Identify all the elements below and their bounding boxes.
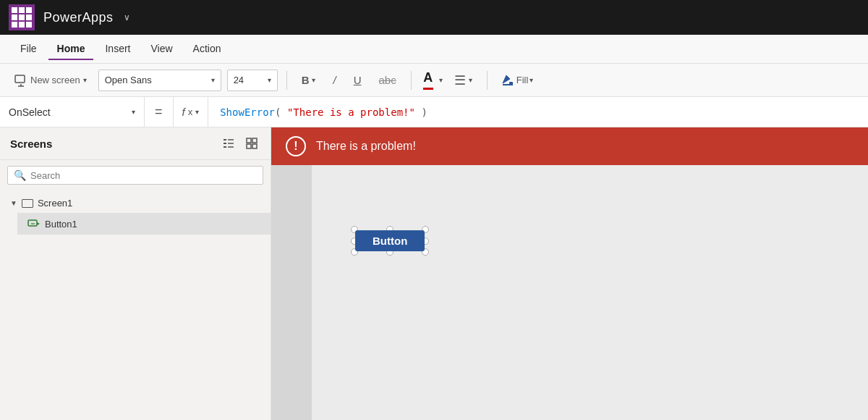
underline-button[interactable]: U <box>348 71 367 89</box>
toolbar-separator-2 <box>411 71 412 90</box>
waffle-button[interactable] <box>9 4 35 30</box>
menu-insert[interactable]: Insert <box>96 38 139 60</box>
svg-rect-14 <box>252 144 257 148</box>
bold-chevron-icon: ▾ <box>312 76 315 84</box>
canvas-button-wrapper: Button <box>355 230 425 251</box>
main-area: Screens <box>0 127 868 420</box>
formula-function-name: ShowError <box>220 106 275 118</box>
screen1-label: Screen1 <box>38 198 72 209</box>
canvas-area: ! There is a problem! Button <box>271 127 868 420</box>
fill-button[interactable]: Fill ▾ <box>496 70 538 91</box>
strikethrough-button[interactable]: abc <box>373 71 402 89</box>
tree-item-button1[interactable]: Button1 <box>17 213 271 235</box>
font-color-chevron-icon[interactable]: ▾ <box>439 76 443 84</box>
svg-rect-13 <box>247 144 251 148</box>
toolbar-separator-3 <box>487 71 488 90</box>
new-screen-icon <box>14 74 27 87</box>
menu-home[interactable]: Home <box>48 38 94 60</box>
app-name: PowerApps <box>43 10 114 25</box>
search-input[interactable] <box>30 170 257 181</box>
svg-rect-11 <box>247 138 251 143</box>
italic-button[interactable]: / <box>327 71 341 89</box>
property-selector[interactable]: OnSelect ▾ <box>0 97 145 127</box>
new-screen-chevron[interactable]: ▾ <box>83 76 87 84</box>
align-button[interactable]: ☰ ▾ <box>448 70 478 91</box>
font-chevron-icon: ▾ <box>211 76 215 84</box>
formula-paren-open: ( <box>275 106 281 118</box>
waffle-grid-icon <box>12 7 32 28</box>
formula-space2 <box>415 106 421 118</box>
search-icon: 🔍 <box>14 169 26 181</box>
new-screen-label: New screen <box>30 75 80 85</box>
bold-icon: B <box>302 74 310 86</box>
screen-icon <box>22 199 33 208</box>
font-size-label: 24 <box>234 75 244 85</box>
fx-italic-icon: f <box>182 106 185 118</box>
button1-label: Button1 <box>45 219 77 230</box>
toolbar: New screen ▾ Open Sans ▾ 24 ▾ B ▾ / U ab… <box>0 64 868 97</box>
font-color-a-icon: A <box>423 71 433 84</box>
fx-button[interactable]: fx ▾ <box>174 97 209 127</box>
sidebar-header: Screens <box>0 127 271 160</box>
grid-view-icon[interactable] <box>243 135 260 152</box>
formula-space <box>281 106 286 118</box>
menu-bar: File Home Insert View Action <box>0 35 868 64</box>
svg-rect-0 <box>15 75 25 83</box>
error-message: There is a problem! <box>316 140 416 153</box>
fill-chevron-icon: ▾ <box>529 76 533 84</box>
sidebar: Screens <box>0 127 271 420</box>
error-banner: ! There is a problem! <box>271 127 868 165</box>
fx-chevron-icon[interactable]: ▾ <box>195 108 199 116</box>
property-label: OnSelect <box>9 106 132 118</box>
font-dropdown[interactable]: Open Sans ▾ <box>98 70 221 91</box>
italic-icon: / <box>333 74 336 86</box>
underline-icon: U <box>354 74 362 86</box>
font-size-dropdown[interactable]: 24 ▾ <box>227 70 278 91</box>
tree-item-screen1[interactable]: ▼ Screen1 <box>0 193 271 213</box>
formula-paren-close: ) <box>421 106 427 118</box>
bold-button[interactable]: B ▾ <box>296 71 322 89</box>
formula-bar: OnSelect ▾ = fx ▾ ShowError( "There is a… <box>0 97 868 127</box>
sidebar-icon-group <box>220 135 260 152</box>
search-box[interactable]: 🔍 <box>7 166 263 185</box>
formula-content[interactable]: ShowError( "There is a problem!" ) <box>208 97 868 127</box>
top-bar: PowerApps ∨ <box>0 0 868 35</box>
canvas-button[interactable]: Button <box>355 230 425 251</box>
screen1-chevron-icon: ▼ <box>10 199 17 207</box>
align-icon: ☰ <box>454 72 466 88</box>
align-chevron-icon: ▾ <box>469 76 472 84</box>
fx-label: x <box>188 106 193 117</box>
svg-rect-15 <box>28 220 37 226</box>
font-color-button[interactable]: A <box>420 70 436 91</box>
error-exclamation-icon: ! <box>286 136 306 156</box>
screens-title: Screens <box>10 138 52 150</box>
svg-rect-12 <box>252 138 257 143</box>
menu-view[interactable]: View <box>142 38 181 60</box>
property-chevron-icon[interactable]: ▾ <box>132 108 135 116</box>
tree-area: ▼ Screen1 Button1 <box>0 190 271 238</box>
button-component-icon <box>27 217 41 230</box>
list-view-icon[interactable] <box>220 135 237 152</box>
canvas-content: Button <box>312 165 868 420</box>
fill-bucket-icon <box>501 73 515 88</box>
strikethrough-icon: abc <box>379 74 396 86</box>
formula-string-value: "There is a problem!" <box>287 106 415 118</box>
menu-action[interactable]: Action <box>184 38 230 60</box>
button-selection-container: Button <box>355 230 425 251</box>
font-size-chevron-icon: ▾ <box>268 76 271 84</box>
equals-sign: = <box>145 97 174 127</box>
font-name-label: Open Sans <box>105 75 152 85</box>
fill-label: Fill <box>516 75 529 85</box>
menu-file[interactable]: File <box>12 38 46 60</box>
font-color-bar <box>423 88 433 90</box>
toolbar-separator-1 <box>286 71 287 90</box>
app-dropdown-arrow[interactable]: ∨ <box>124 12 130 22</box>
new-screen-button[interactable]: New screen ▾ <box>9 71 93 90</box>
